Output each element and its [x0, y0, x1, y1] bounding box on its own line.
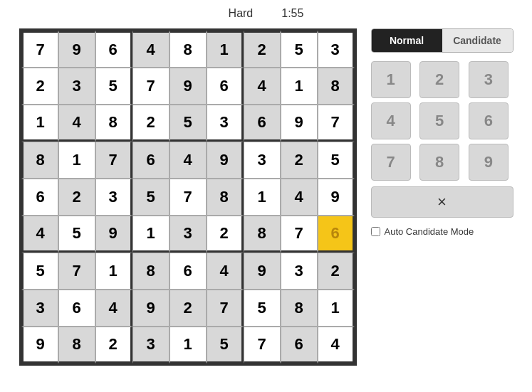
numpad-button-6[interactable]: 6: [469, 102, 508, 139]
sudoku-cell[interactable]: 6: [58, 290, 95, 327]
numpad-button-3[interactable]: 3: [469, 61, 508, 98]
sudoku-cell[interactable]: 1: [281, 68, 318, 105]
sudoku-cell[interactable]: 5: [244, 290, 281, 327]
numpad-button-9[interactable]: 9: [469, 144, 508, 181]
sudoku-cell[interactable]: 1: [169, 327, 207, 364]
difficulty-label: Hard: [229, 7, 254, 20]
sudoku-cell[interactable]: 8: [58, 327, 95, 364]
auto-candidate-checkbox[interactable]: [371, 227, 380, 236]
numpad-button-7[interactable]: 7: [371, 144, 411, 181]
sudoku-cell[interactable]: 8: [244, 216, 281, 253]
sudoku-cell[interactable]: 9: [95, 216, 132, 253]
sudoku-cell[interactable]: 9: [58, 31, 95, 68]
sudoku-cell[interactable]: 3: [132, 327, 169, 364]
sudoku-cell[interactable]: 1: [318, 290, 355, 327]
sudoku-cell[interactable]: 8: [281, 290, 318, 327]
candidate-mode-button[interactable]: Candidate: [442, 29, 513, 52]
sudoku-cell[interactable]: 7: [281, 216, 318, 253]
sudoku-cell[interactable]: 9: [207, 142, 244, 179]
sudoku-cell[interactable]: 4: [318, 327, 355, 364]
sudoku-cell[interactable]: 2: [244, 31, 281, 68]
game-header: Hard 1:55: [229, 7, 304, 20]
sudoku-cell[interactable]: 5: [21, 253, 58, 290]
auto-candidate-row: Auto Candidate Mode: [371, 226, 513, 237]
sudoku-cell[interactable]: 7: [58, 253, 95, 290]
sudoku-cell[interactable]: 4: [169, 142, 207, 179]
sudoku-cell[interactable]: 6: [95, 31, 132, 68]
sudoku-cell[interactable]: 9: [169, 68, 207, 105]
sudoku-cell[interactable]: 5: [95, 68, 132, 105]
sudoku-cell[interactable]: 7: [318, 105, 355, 142]
sudoku-cell[interactable]: 8: [95, 105, 132, 142]
sudoku-cell[interactable]: 3: [281, 253, 318, 290]
sudoku-cell[interactable]: 2: [281, 142, 318, 179]
sudoku-cell[interactable]: 8: [21, 142, 58, 179]
numpad-button-8[interactable]: 8: [419, 144, 459, 181]
normal-mode-button[interactable]: Normal: [372, 29, 442, 52]
sudoku-cell[interactable]: 9: [21, 327, 58, 364]
sudoku-cell[interactable]: 8: [132, 253, 169, 290]
sudoku-cell[interactable]: 5: [281, 31, 318, 68]
sudoku-cell[interactable]: 3: [169, 216, 207, 253]
sudoku-cell[interactable]: 1: [21, 105, 58, 142]
sudoku-cell[interactable]: 7: [132, 68, 169, 105]
sudoku-cell[interactable]: 1: [95, 253, 132, 290]
right-panel: Normal Candidate 123456789 × Auto Candid…: [371, 28, 513, 237]
sudoku-cell[interactable]: 4: [132, 31, 169, 68]
sudoku-cell[interactable]: 7: [244, 327, 281, 364]
sudoku-cell[interactable]: 6: [281, 327, 318, 364]
sudoku-cell[interactable]: 3: [318, 31, 355, 68]
sudoku-cell[interactable]: 1: [207, 31, 244, 68]
numpad: 123456789: [371, 61, 513, 181]
sudoku-cell[interactable]: 4: [21, 216, 58, 253]
sudoku-cell[interactable]: 4: [207, 253, 244, 290]
sudoku-cell[interactable]: 6: [169, 253, 207, 290]
sudoku-cell[interactable]: 5: [318, 142, 355, 179]
sudoku-cell[interactable]: 2: [207, 216, 244, 253]
sudoku-cell[interactable]: 7: [169, 179, 207, 216]
sudoku-cell[interactable]: 3: [58, 68, 95, 105]
sudoku-cell[interactable]: 3: [244, 142, 281, 179]
numpad-button-5[interactable]: 5: [419, 102, 459, 139]
sudoku-cell[interactable]: 9: [318, 179, 355, 216]
sudoku-cell[interactable]: 1: [132, 216, 169, 253]
sudoku-cell[interactable]: 4: [95, 290, 132, 327]
sudoku-cell[interactable]: 2: [21, 68, 58, 105]
clear-button[interactable]: ×: [371, 186, 513, 218]
sudoku-cell[interactable]: 3: [95, 179, 132, 216]
sudoku-cell[interactable]: 6: [21, 179, 58, 216]
sudoku-cell[interactable]: 7: [95, 142, 132, 179]
sudoku-cell[interactable]: 2: [58, 179, 95, 216]
sudoku-board: 7964812532357964181482536978176493256235…: [19, 28, 357, 366]
sudoku-cell[interactable]: 2: [169, 290, 207, 327]
numpad-button-4[interactable]: 4: [371, 102, 411, 139]
sudoku-cell[interactable]: 9: [244, 253, 281, 290]
numpad-button-1[interactable]: 1: [371, 61, 411, 98]
numpad-button-2[interactable]: 2: [419, 61, 459, 98]
sudoku-cell[interactable]: 4: [244, 68, 281, 105]
sudoku-cell[interactable]: 3: [21, 290, 58, 327]
sudoku-cell[interactable]: 7: [207, 290, 244, 327]
sudoku-cell[interactable]: 8: [169, 31, 207, 68]
sudoku-cell[interactable]: 6: [132, 142, 169, 179]
sudoku-cell[interactable]: 9: [132, 290, 169, 327]
sudoku-cell[interactable]: 5: [132, 179, 169, 216]
sudoku-cell[interactable]: 5: [207, 327, 244, 364]
sudoku-cell[interactable]: 2: [132, 105, 169, 142]
sudoku-cell[interactable]: 5: [58, 216, 95, 253]
sudoku-cell[interactable]: 1: [58, 142, 95, 179]
sudoku-cell[interactable]: 4: [58, 105, 95, 142]
sudoku-cell[interactable]: 6: [207, 68, 244, 105]
sudoku-cell[interactable]: 8: [318, 68, 355, 105]
sudoku-cell[interactable]: 2: [318, 253, 355, 290]
sudoku-cell[interactable]: 6: [244, 105, 281, 142]
sudoku-cell[interactable]: 9: [281, 105, 318, 142]
sudoku-cell[interactable]: 1: [244, 179, 281, 216]
sudoku-cell[interactable]: 3: [207, 105, 244, 142]
sudoku-cell[interactable]: 6: [318, 216, 355, 253]
sudoku-cell[interactable]: 4: [281, 179, 318, 216]
sudoku-cell[interactable]: 2: [95, 327, 132, 364]
sudoku-cell[interactable]: 8: [207, 179, 244, 216]
sudoku-cell[interactable]: 7: [21, 31, 58, 68]
sudoku-cell[interactable]: 5: [169, 105, 207, 142]
